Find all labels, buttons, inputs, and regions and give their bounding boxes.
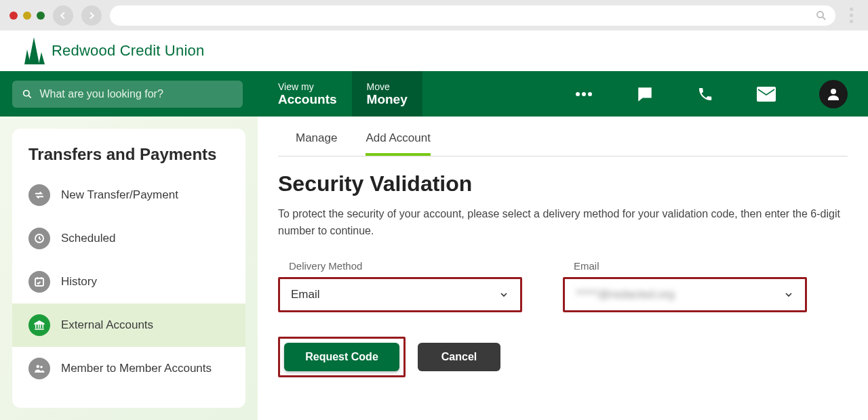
svg-marker-2 [28, 37, 39, 64]
page-description: To protect the security of your account,… [278, 206, 841, 240]
email-select[interactable]: *****@redacted.org [563, 277, 807, 312]
svg-point-9 [588, 92, 592, 96]
cancel-button[interactable]: Cancel [418, 343, 500, 371]
svg-line-6 [28, 96, 31, 98]
svg-point-10 [831, 89, 836, 94]
chevron-down-icon [498, 289, 509, 300]
browser-menu-button[interactable] [844, 7, 859, 23]
email-label: Email [574, 260, 807, 272]
profile-menu-button[interactable] [819, 80, 848, 108]
sidebar-item-scheduled[interactable]: Scheduled [12, 217, 245, 260]
svg-marker-4 [39, 52, 45, 64]
phone-icon [697, 86, 713, 102]
site-search-input[interactable] [39, 88, 233, 100]
back-button[interactable] [53, 5, 73, 26]
svg-point-8 [582, 92, 586, 96]
subtab-manage[interactable]: Manage [296, 131, 337, 156]
svg-point-7 [576, 92, 580, 96]
search-icon [815, 9, 827, 22]
tab-small-label: View my [278, 81, 337, 92]
page-title: Security Validation [278, 171, 848, 196]
tab-small-label: Move [367, 81, 408, 92]
svg-point-14 [40, 366, 43, 369]
brand-name: Redwood Credit Union [52, 42, 204, 60]
sidebar-item-label: History [61, 275, 97, 289]
sub-tabs: Manage Add Account [278, 131, 848, 156]
sidebar-item-label: External Accounts [61, 318, 153, 332]
more-menu-button[interactable] [575, 91, 593, 97]
svg-point-0 [817, 12, 823, 18]
chevron-right-icon [86, 10, 97, 21]
request-code-highlight: Request Code [278, 337, 406, 377]
svg-marker-3 [24, 49, 31, 64]
sidebar-title: Transfers and Payments [12, 145, 245, 173]
people-icon [28, 358, 50, 379]
sidebar-item-new-transfer[interactable]: New Transfer/Payment [12, 173, 245, 217]
tab-big-label: Accounts [278, 92, 337, 107]
chevron-left-icon [58, 10, 68, 21]
tab-big-label: Money [367, 92, 408, 107]
url-bar[interactable] [110, 5, 835, 26]
site-search[interactable] [12, 81, 243, 108]
sidebar-item-label: Scheduled [61, 232, 115, 245]
tab-move-money[interactable]: Move Money [352, 71, 422, 117]
sidebar-item-member-to-member[interactable]: Member to Member Accounts [12, 347, 245, 390]
sidebar-item-history[interactable]: History [12, 260, 245, 303]
forward-button[interactable] [81, 5, 102, 26]
sidebar-item-label: Member to Member Accounts [61, 362, 212, 375]
svg-point-5 [24, 90, 29, 96]
close-window-icon[interactable] [9, 12, 18, 20]
mail-button[interactable] [757, 87, 776, 102]
browser-chrome [0, 0, 868, 30]
sidebar-item-external-accounts[interactable]: External Accounts [12, 303, 245, 347]
calendar-check-icon [28, 271, 50, 293]
window-controls [9, 12, 45, 20]
brand-logo-icon [24, 37, 45, 64]
maximize-window-icon[interactable] [37, 12, 45, 20]
person-icon [825, 86, 842, 102]
tab-accounts[interactable]: View my Accounts [263, 71, 352, 117]
phone-button[interactable] [697, 86, 713, 102]
sidebar-item-label: New Transfer/Payment [61, 188, 178, 202]
clock-icon [28, 228, 50, 249]
search-icon [22, 88, 33, 100]
chat-icon [636, 85, 654, 103]
subtab-add-account[interactable]: Add Account [366, 131, 430, 156]
svg-line-1 [823, 17, 825, 20]
bank-icon [28, 314, 50, 336]
svg-point-13 [37, 365, 40, 369]
email-value: *****@redacted.org [576, 288, 675, 301]
sidebar: Transfers and Payments New Transfer/Paym… [0, 117, 258, 420]
delivery-method-group: Delivery Method Email [278, 260, 522, 312]
chevron-down-icon [783, 289, 794, 300]
email-group: Email *****@redacted.org [563, 260, 807, 312]
chat-button[interactable] [636, 85, 654, 103]
delivery-method-select[interactable]: Email [278, 277, 522, 312]
delivery-method-label: Delivery Method [289, 260, 522, 272]
request-code-button[interactable]: Request Code [284, 343, 399, 371]
primary-nav: View my Accounts Move Money [0, 71, 868, 117]
mail-icon [757, 87, 776, 102]
main-content: Manage Add Account Security Validation T… [258, 117, 868, 420]
arrows-exchange-icon [28, 184, 50, 206]
delivery-method-value: Email [291, 288, 320, 301]
dots-horizontal-icon [575, 91, 593, 97]
brand-header: Redwood Credit Union [0, 30, 868, 71]
minimize-window-icon[interactable] [23, 12, 31, 20]
